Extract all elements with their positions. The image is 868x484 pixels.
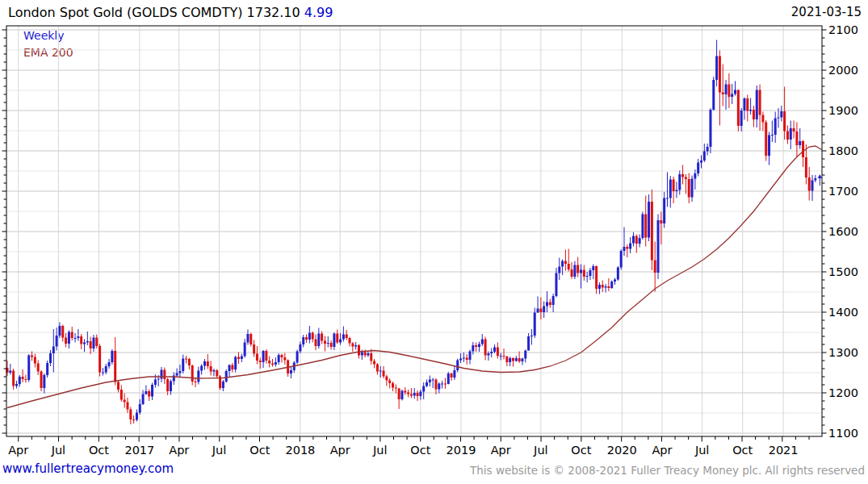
candle-body: [154, 380, 157, 386]
candle-body: [124, 400, 126, 403]
candle-body: [27, 356, 30, 381]
candle-body: [552, 296, 555, 305]
x-axis-label: Jul: [694, 444, 710, 457]
candle-body: [438, 384, 440, 390]
candle-body: [444, 384, 447, 385]
candle-body: [623, 247, 626, 251]
candle-body: [203, 361, 206, 366]
candle-body: [629, 244, 631, 249]
y-axis-label: 1600: [828, 225, 858, 238]
candle-body: [376, 365, 379, 372]
candle-body: [234, 357, 237, 370]
candle-body: [728, 85, 730, 98]
candle-body: [312, 333, 314, 340]
candle-body: [561, 261, 564, 267]
candle-body: [339, 340, 342, 343]
candle-body: [114, 351, 116, 382]
candle-body: [265, 351, 267, 361]
x-axis-label: 2018: [285, 444, 315, 457]
x-axis-label: Oct: [410, 444, 430, 457]
candle-body: [95, 338, 98, 347]
x-axis-label: Oct: [89, 444, 109, 457]
x-axis-label: 2019: [446, 444, 476, 457]
candle-body: [681, 174, 684, 177]
candle-body: [71, 332, 73, 339]
candle-body: [657, 220, 660, 273]
candle-body: [419, 392, 421, 397]
candle-body: [463, 358, 465, 359]
candle-body: [500, 356, 502, 357]
candle-body: [49, 353, 52, 363]
candle-body: [86, 341, 89, 343]
candle-body: [315, 340, 317, 347]
candle-body: [719, 56, 721, 93]
candle-body: [712, 80, 715, 110]
candle-body: [778, 118, 780, 119]
candle-body: [259, 361, 262, 362]
candle-body: [432, 380, 434, 381]
candle-body: [241, 357, 243, 360]
candle-body: [299, 344, 301, 352]
candle-body: [429, 380, 431, 383]
x-axis-label: Apr: [491, 444, 511, 457]
x-axis-label: Oct: [571, 444, 591, 457]
candle-body: [370, 353, 372, 361]
candle-body: [731, 94, 733, 98]
candle-body: [673, 180, 675, 192]
candle-body: [12, 371, 15, 386]
candle-body: [225, 371, 228, 382]
candle-body: [157, 379, 160, 380]
candle-body: [256, 354, 258, 361]
candle-body: [74, 338, 77, 339]
x-axis-label: Apr: [330, 444, 350, 457]
candle-body: [280, 355, 283, 357]
candle-body: [780, 111, 782, 118]
candle-body: [367, 353, 369, 356]
candle-body: [361, 353, 363, 356]
candle-body: [132, 419, 135, 420]
candle-body: [663, 198, 665, 224]
candle-body: [505, 357, 508, 362]
candle-body: [417, 393, 419, 396]
candle-body: [487, 353, 489, 356]
candle-body: [580, 270, 582, 273]
candle-body: [349, 338, 351, 344]
candle-body: [694, 173, 696, 179]
candle-body: [92, 338, 94, 349]
y-axis-label: 1800: [828, 144, 858, 157]
candle-body: [275, 362, 277, 365]
candle-body: [330, 343, 333, 347]
candle-body: [734, 90, 736, 94]
candle-body: [774, 119, 777, 136]
candle-body: [746, 98, 748, 111]
candle-body: [543, 307, 545, 313]
copyright-text: This website is © 2008-2021 Fuller Treac…: [470, 464, 865, 477]
candle-body: [703, 152, 706, 161]
website-link[interactable]: www.fullertreacymoney.com: [2, 461, 174, 476]
candle-body: [327, 343, 329, 344]
candle-body: [678, 174, 681, 190]
candle-body: [573, 265, 576, 277]
candle-body: [80, 336, 82, 344]
candle-body: [161, 370, 163, 379]
candle-body: [15, 384, 18, 386]
ema-line: [7, 146, 822, 408]
candle-body: [475, 345, 477, 347]
y-axis-label: 1700: [828, 185, 858, 198]
x-axis-label: 2020: [607, 444, 637, 457]
candle-body: [210, 366, 212, 372]
candle-body: [534, 313, 536, 336]
candle-body: [808, 177, 811, 191]
candle-body: [148, 391, 150, 397]
candle-body: [296, 352, 299, 363]
candle-body: [539, 309, 542, 313]
candle-body: [811, 181, 814, 191]
candle-body: [512, 358, 514, 361]
x-axis-label: Jul: [51, 444, 66, 457]
candle-body: [364, 353, 367, 356]
candle-body: [697, 163, 699, 174]
candle-body: [58, 326, 61, 336]
candle-body: [19, 377, 21, 384]
candle-body: [441, 384, 443, 385]
candle-body: [490, 352, 493, 353]
